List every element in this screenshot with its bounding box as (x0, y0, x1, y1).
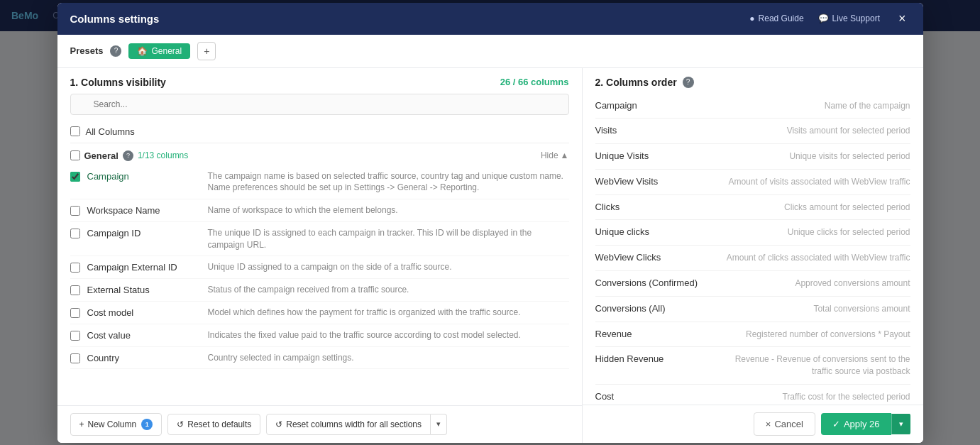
list-item: Hidden Revenue Revenue - Revenue of conv… (595, 347, 910, 385)
order-col-name-10: Hidden Revenue (595, 353, 709, 364)
general-group-header: General ? 1/13 columns Hide ▲ (70, 143, 569, 165)
search-wrapper: 🔍 (70, 94, 569, 115)
cancel-button[interactable]: × Cancel (754, 412, 815, 436)
table-row: External Status Status of the campaign r… (70, 279, 569, 302)
list-item: Cost Traffic cost for the selected perio… (595, 385, 910, 404)
apply-button[interactable]: ✓ Apply 26 (821, 413, 891, 435)
read-guide-label: Read Guide (759, 13, 804, 23)
home-icon: 🏠 (137, 46, 148, 56)
order-col-desc-0: Name of the campaign (709, 100, 910, 112)
columns-order-help-icon[interactable]: ? (683, 77, 694, 88)
live-support-button[interactable]: 💬 Live Support (818, 13, 880, 23)
column-checkbox-4[interactable] (70, 285, 80, 295)
order-col-desc-3: Amount of visits associated with WebView… (709, 176, 910, 188)
book-icon: ● (749, 13, 754, 23)
all-columns-checkbox[interactable] (70, 126, 80, 136)
table-row: Country Country selected in campaign set… (70, 347, 569, 370)
list-item: WebView Clicks Amount of clicks associat… (595, 246, 910, 271)
reset-width-icon: ↺ (275, 419, 282, 429)
order-col-name-9: Revenue (595, 329, 709, 339)
presets-help-icon[interactable]: ? (110, 45, 121, 57)
new-column-button[interactable]: + New Column 1 (70, 413, 163, 436)
chat-icon: 💬 (818, 13, 829, 23)
order-col-desc-8: Total conversions amount (709, 303, 910, 315)
group-header-left: General ? 1/13 columns (70, 150, 189, 161)
order-col-name-4: Clicks (595, 202, 709, 212)
list-item: Unique clicks Unique clicks for selected… (595, 220, 910, 246)
column-checkbox-7[interactable] (70, 353, 80, 363)
reset-width-group: ↺ Reset columns width for all sections ▾ (266, 414, 447, 435)
order-col-name-2: Unique Visits (595, 150, 709, 161)
order-col-name-11: Cost (595, 391, 709, 402)
list-item: Visits Visits amount for selected period (595, 119, 910, 144)
column-checkbox-2[interactable] (70, 229, 80, 238)
list-item: Clicks Clicks amount for selected period (595, 195, 910, 221)
column-checkbox-3[interactable] (70, 263, 80, 273)
add-preset-button[interactable]: + (197, 42, 216, 60)
column-checkbox-5[interactable] (70, 308, 80, 318)
modal-title: Columns settings (70, 13, 160, 25)
table-row: Cost value Indicates the fixed value pai… (70, 324, 569, 347)
column-desc-2: The unique ID is assigned to each campai… (208, 227, 569, 251)
table-row: Campaign External ID Unique ID assigned … (70, 256, 569, 279)
order-rows-container: Campaign Name of the campaign Visits Vis… (595, 94, 910, 405)
left-panel: 1. Columns visibility 26 / 66 columns 🔍 (57, 68, 583, 443)
apply-check-icon: ✓ (832, 419, 840, 429)
left-panel-header: 1. Columns visibility 26 / 66 columns (57, 68, 582, 94)
reset-width-button[interactable]: ↺ Reset columns width for all sections (266, 414, 431, 435)
chevron-up-icon: ▲ (561, 150, 569, 160)
modal-overlay: Columns settings ● Read Guide 💬 Live Sup… (0, 0, 980, 445)
table-row: Workspace Name Name of workspace to whic… (70, 199, 569, 222)
read-guide-button[interactable]: ● Read Guide (749, 13, 803, 23)
new-column-label: New Column (88, 419, 137, 429)
close-button[interactable]: × (894, 10, 910, 28)
apply-label: Apply 26 (844, 419, 880, 429)
general-group-hide-button[interactable]: Hide ▲ (541, 150, 569, 160)
general-group-help-icon[interactable]: ? (123, 150, 133, 161)
apply-dropdown-icon: ▾ (899, 419, 903, 428)
list-item: WebView Visits Amount of visits associat… (595, 170, 910, 195)
column-desc-7: Country selected in campaign settings. (208, 352, 354, 364)
order-col-name-3: WebView Visits (595, 176, 709, 187)
general-preset-button[interactable]: 🏠 General (128, 43, 190, 59)
columns-settings-modal: Columns settings ● Read Guide 💬 Live Sup… (57, 3, 923, 443)
reset-defaults-button[interactable]: ↺ Reset to defaults (167, 414, 260, 435)
order-col-desc-9: Registered number of conversions * Payou… (709, 329, 910, 341)
left-panel-footer: + New Column 1 ↺ Reset to defaults ↺ Res… (57, 405, 582, 443)
column-name-4: External Status (87, 284, 201, 295)
modal-body: 1. Columns visibility 26 / 66 columns 🔍 (57, 68, 923, 443)
apply-dropdown-button[interactable]: ▾ (891, 414, 910, 434)
dropdown-arrow-icon: ▾ (436, 419, 441, 428)
all-columns-label[interactable]: All Columns (86, 126, 135, 137)
columns-list: All Columns General ? 1/13 columns Hide … (57, 121, 582, 405)
order-col-name-1: Visits (595, 125, 709, 136)
hide-label: Hide (541, 150, 558, 160)
search-box: 🔍 (57, 94, 582, 121)
cancel-icon: × (766, 419, 771, 429)
reset-dropdown-button[interactable]: ▾ (431, 414, 447, 435)
column-rows-container: Campaign The campaign name is based on s… (70, 165, 569, 370)
modal-header-actions: ● Read Guide 💬 Live Support × (749, 10, 910, 28)
reset-defaults-icon: ↺ (177, 419, 184, 429)
column-desc-1: Name of workspace to which the element b… (208, 204, 398, 216)
apply-button-group: ✓ Apply 26 ▾ (821, 413, 910, 435)
order-col-desc-5: Unique clicks for selected period (709, 226, 910, 238)
all-columns-row: All Columns (70, 121, 569, 143)
column-checkbox-0[interactable] (70, 172, 80, 182)
general-group-checkbox[interactable] (70, 150, 80, 160)
order-col-desc-7: Approved conversions amount (709, 278, 910, 290)
right-panel: 2. Columns order ? Campaign Name of the … (583, 68, 923, 443)
column-name-1: Workspace Name (87, 204, 201, 216)
column-checkbox-1[interactable] (70, 206, 80, 216)
table-row: Campaign The campaign name is based on s… (70, 165, 569, 200)
search-input[interactable] (70, 94, 569, 115)
order-col-name-0: Campaign (595, 100, 709, 111)
list-item: Conversions (Confirmed) Approved convers… (595, 271, 910, 297)
preset-name: General (151, 46, 182, 56)
list-item: Campaign Name of the campaign (595, 94, 910, 119)
column-name-2: Campaign ID (87, 227, 201, 238)
live-support-label: Live Support (832, 13, 880, 23)
column-checkbox-6[interactable] (70, 331, 80, 341)
column-desc-6: Indicates the fixed value paid to the tr… (208, 329, 521, 341)
right-panel-header: 2. Columns order ? (583, 68, 923, 94)
